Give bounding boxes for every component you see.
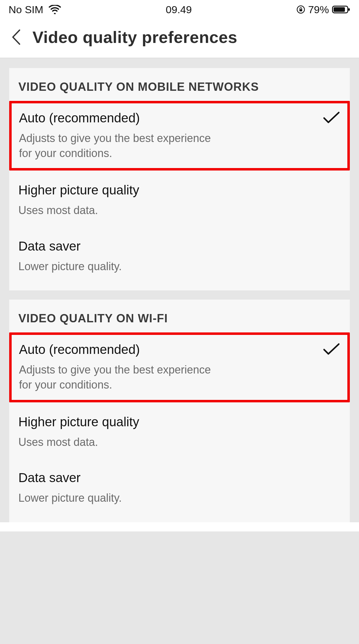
option-auto-mobile[interactable]: Auto (recommended) Adjusts to give you t… — [12, 103, 347, 168]
battery-icon — [332, 5, 350, 14]
highlight-box: Auto (recommended) Adjusts to give you t… — [9, 332, 350, 402]
back-icon — [11, 29, 21, 45]
battery-percent-label: 79% — [308, 4, 329, 16]
option-subtitle: Lower picture quality. — [18, 491, 221, 506]
option-title: Data saver — [18, 239, 331, 254]
svg-rect-1 — [299, 9, 302, 11]
option-subtitle: Adjusts to give you the best experience … — [19, 131, 221, 161]
clock-label: 09.49 — [166, 4, 192, 16]
option-datasaver-mobile[interactable]: Data saver Lower picture quality. — [9, 228, 350, 285]
option-title: Auto (recommended) — [19, 342, 331, 357]
page-header: Video quality preferences — [0, 19, 359, 58]
option-title: Higher picture quality — [18, 183, 331, 197]
option-title: Auto (recommended) — [19, 111, 331, 125]
svg-rect-3 — [334, 7, 345, 12]
empty-space — [0, 531, 359, 644]
svg-rect-4 — [348, 8, 350, 11]
option-title: Higher picture quality — [18, 415, 331, 429]
option-datasaver-wifi[interactable]: Data saver Lower picture quality. — [9, 460, 350, 516]
section-header: VIDEO QUALITY ON WI-FI — [9, 300, 350, 331]
page-title: Video quality preferences — [32, 28, 237, 47]
screen: No SIM 09.49 79% — [0, 0, 359, 644]
option-higher-mobile[interactable]: Higher picture quality Uses most data. — [9, 172, 350, 228]
option-title: Data saver — [18, 470, 331, 485]
rotation-lock-icon — [297, 5, 305, 14]
section-wifi: VIDEO QUALITY ON WI-FI Auto (recommended… — [9, 300, 350, 522]
option-auto-wifi[interactable]: Auto (recommended) Adjusts to give you t… — [12, 335, 347, 400]
section-mobile-networks: VIDEO QUALITY ON MOBILE NETWORKS Auto (r… — [9, 68, 350, 290]
option-higher-wifi[interactable]: Higher picture quality Uses most data. — [9, 404, 350, 460]
option-subtitle: Uses most data. — [18, 435, 221, 450]
back-button[interactable] — [9, 29, 23, 45]
option-subtitle: Uses most data. — [18, 203, 221, 218]
status-bar: No SIM 09.49 79% — [0, 0, 359, 19]
content: VIDEO QUALITY ON MOBILE NETWORKS Auto (r… — [0, 58, 359, 522]
check-icon — [323, 111, 340, 125]
wifi-icon — [49, 5, 61, 14]
status-left: No SIM — [9, 4, 61, 16]
option-subtitle: Adjusts to give you the best experience … — [19, 362, 221, 392]
check-icon — [323, 342, 340, 357]
option-subtitle: Lower picture quality. — [18, 259, 221, 274]
highlight-box: Auto (recommended) Adjusts to give you t… — [9, 101, 350, 171]
status-right: 79% — [297, 4, 350, 16]
carrier-label: No SIM — [9, 4, 43, 16]
section-header: VIDEO QUALITY ON MOBILE NETWORKS — [9, 68, 350, 99]
